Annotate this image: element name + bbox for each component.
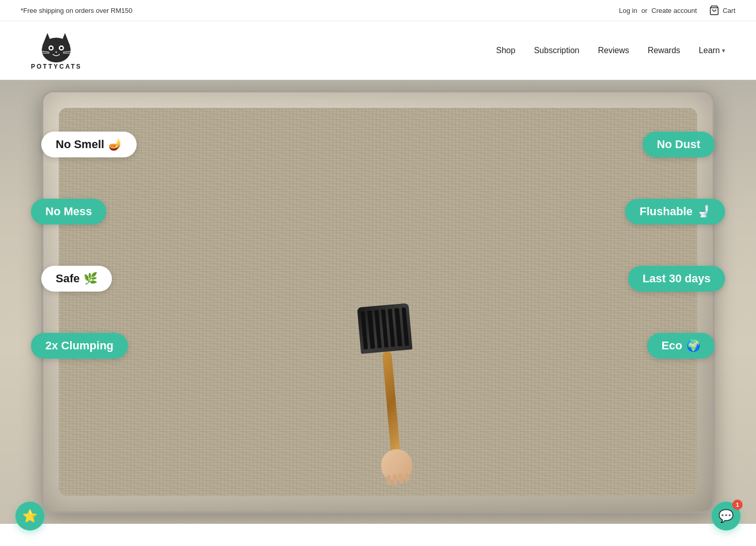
shipping-notice: *Free shipping on orders over RM150 xyxy=(21,7,133,14)
scoop-head xyxy=(357,303,412,354)
nav-links: Shop Subscription Reviews Rewards Learn … xyxy=(496,44,725,57)
eco-label: Eco xyxy=(662,339,682,352)
flushable-emoji: 🚽 xyxy=(697,205,711,218)
chat-widget[interactable]: 💬 1 xyxy=(712,502,741,531)
chevron-down-icon: ▾ xyxy=(722,47,725,54)
feature-no-dust: No Dust xyxy=(643,132,715,157)
chat-icon: 💬 xyxy=(718,509,734,523)
chat-badge: 1 xyxy=(732,500,743,510)
separator: or xyxy=(642,7,648,14)
create-account-link[interactable]: Create account xyxy=(651,7,697,14)
cart-icon xyxy=(709,5,719,15)
no-smell-emoji: 🪔 xyxy=(108,138,122,151)
logo-brand-name: POTTYCATS xyxy=(31,63,82,70)
scoop-slots xyxy=(360,308,409,349)
auth-cart-area: Log in or Create account Cart xyxy=(619,5,735,15)
feature-no-smell: No Smell 🪔 xyxy=(41,132,137,157)
nav-learn[interactable]: Learn ▾ xyxy=(699,44,725,57)
logo: POTTYCATS xyxy=(31,30,82,70)
feature-eco: Eco 🌍 xyxy=(647,333,715,359)
safe-emoji: 🌿 xyxy=(84,272,97,285)
login-link[interactable]: Log in xyxy=(619,7,637,14)
feature-flushable: Flushable 🚽 xyxy=(625,199,725,224)
rewards-widget[interactable]: ⭐ xyxy=(15,502,44,531)
nav-subscription[interactable]: Subscription xyxy=(534,44,579,57)
svg-point-7 xyxy=(60,47,63,50)
no-mess-label: No Mess xyxy=(45,205,92,218)
logo-cat-svg xyxy=(38,30,74,64)
rewards-icon: ⭐ xyxy=(22,509,38,523)
feature-last30: Last 30 days xyxy=(628,266,725,292)
hand-visual xyxy=(380,448,414,481)
flushable-label: Flushable xyxy=(639,205,693,218)
eco-emoji: 🌍 xyxy=(686,339,700,352)
last30-label: Last 30 days xyxy=(643,272,711,285)
cart-button[interactable]: Cart xyxy=(709,5,735,15)
feature-no-mess: No Mess xyxy=(31,199,106,224)
litter-box-outer xyxy=(41,90,715,513)
feature-2x-clumping: 2x Clumping xyxy=(31,333,128,359)
nav-reviews[interactable]: Reviews xyxy=(598,44,629,57)
navbar: POTTYCATS Shop Subscription Reviews Rewa… xyxy=(0,21,756,80)
svg-point-3 xyxy=(42,38,71,62)
feature-safe: Safe 🌿 xyxy=(41,266,112,292)
no-dust-label: No Dust xyxy=(657,138,700,151)
nav-shop[interactable]: Shop xyxy=(496,44,515,57)
clumping-label: 2x Clumping xyxy=(45,339,113,352)
no-smell-label: No Smell xyxy=(56,138,104,151)
top-banner: *Free shipping on orders over RM150 Log … xyxy=(0,0,756,21)
hero-section: No Smell 🪔 No Dust No Mess Flushable 🚽 S… xyxy=(0,80,756,524)
cart-label: Cart xyxy=(722,7,735,14)
logo-area[interactable]: POTTYCATS xyxy=(31,30,82,70)
safe-label: Safe xyxy=(56,272,79,285)
scoop-handle xyxy=(382,351,400,455)
svg-point-6 xyxy=(50,47,53,50)
nav-rewards[interactable]: Rewards xyxy=(648,44,680,57)
